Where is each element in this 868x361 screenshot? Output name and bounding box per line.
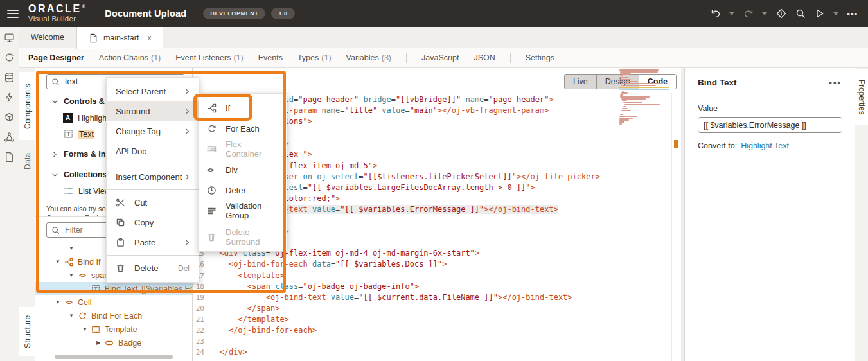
- menu-item-for-each[interactable]: For Each: [199, 118, 287, 139]
- graph-icon[interactable]: [4, 132, 15, 143]
- minimap-line: [621, 83, 664, 84]
- more-actions-icon[interactable]: •••: [847, 9, 858, 19]
- diamond-publish-icon[interactable]: [775, 8, 786, 19]
- menu-item-select-parent[interactable]: Select Parent: [107, 82, 199, 101]
- loop-icon: [77, 311, 87, 321]
- minimap-line: [622, 91, 624, 92]
- bolt-icon[interactable]: [4, 92, 15, 103]
- menu-item-validation-group[interactable]: Validation Group: [199, 200, 287, 221]
- run-dropdown-icon[interactable]: [833, 12, 838, 15]
- page-icon[interactable]: [4, 152, 15, 163]
- structure-node-badge[interactable]: ▶Badge: [35, 336, 192, 349]
- branch-icon: [64, 257, 74, 267]
- package-icon[interactable]: [4, 112, 15, 123]
- scissors-icon: [116, 198, 134, 207]
- menu-item-insert-component[interactable]: Insert Component: [107, 167, 199, 187]
- flex-icon: [207, 145, 226, 154]
- structure-node-bind-text[interactable]: Bind Text[[$variables.ErrorMessage ]]: [35, 282, 192, 295]
- undo-icon[interactable]: [710, 8, 721, 19]
- tab-variables[interactable]: Variables(3): [346, 53, 391, 62]
- minimap-line: [620, 114, 623, 115]
- menu-item-copy[interactable]: Copy: [107, 213, 199, 233]
- value-input[interactable]: [698, 117, 842, 133]
- minimap-line: [620, 94, 623, 96]
- run-icon[interactable]: [814, 8, 825, 19]
- search-icon[interactable]: [795, 8, 806, 19]
- tab-types[interactable]: Types(1): [297, 53, 332, 62]
- search-icon: [51, 226, 60, 234]
- tab-page-designer[interactable]: Page Designer: [28, 53, 84, 62]
- caret-down-icon: ▼: [82, 326, 87, 332]
- tab-components[interactable]: Components: [19, 72, 35, 140]
- sync-icon[interactable]: [4, 52, 15, 63]
- line-number: 19: [193, 292, 210, 303]
- caret-down-icon: ▼: [55, 259, 60, 265]
- editor-minimap[interactable]: [619, 69, 671, 125]
- menu-item-api-doc[interactable]: API Doc: [107, 141, 199, 161]
- menu-item-div[interactable]: <>Div: [199, 159, 287, 180]
- tab-structure[interactable]: Structure: [19, 307, 35, 356]
- menu-item-defer[interactable]: Defer: [199, 180, 287, 200]
- overflow-menu-icon[interactable]: •••: [829, 78, 842, 87]
- menu-separator: [107, 189, 199, 190]
- subtab-divider: [406, 53, 407, 63]
- tab-action-chains[interactable]: Action Chains(1): [99, 53, 161, 62]
- divcode-icon: <>: [77, 270, 87, 281]
- tab-properties[interactable]: Properties: [855, 69, 868, 125]
- properties-panel: Bind Text ••• Value Convert to: Highligh…: [684, 68, 855, 361]
- scrollbar-thumb[interactable]: [55, 355, 173, 359]
- menu-item-if[interactable]: If: [199, 98, 287, 118]
- validation-icon: [207, 206, 226, 216]
- line-number: 18: [193, 281, 210, 292]
- view-mode-live[interactable]: Live: [565, 75, 597, 89]
- left-icon-rail: [0, 27, 19, 361]
- tab-event-listeners[interactable]: Event Listeners(1): [175, 53, 243, 62]
- environment-badge: DEVELOPMENT: [203, 8, 265, 19]
- tab-welcome[interactable]: Welcome: [19, 27, 76, 48]
- minimap-line: [622, 100, 627, 101]
- monitor-icon[interactable]: [4, 32, 15, 43]
- line-number: 20: [193, 303, 210, 314]
- menu-item-surround[interactable]: Surround: [107, 101, 199, 121]
- tab-settings[interactable]: Settings: [526, 53, 554, 62]
- redo-dropdown-icon[interactable]: [762, 12, 767, 15]
- code-line: 22 </oj-bind-for-each>: [193, 325, 671, 336]
- hamburger-menu-icon[interactable]: [7, 10, 19, 18]
- right-panel-tabstrip: Properties: [855, 68, 868, 361]
- oracle-logo: ORACLE® Visual Builder: [28, 4, 87, 23]
- convert-to-highlight-text-link[interactable]: Highlight Text: [741, 141, 789, 150]
- minimap-line: [620, 81, 638, 82]
- chevron-right-icon: [51, 151, 58, 158]
- menu-item-cut[interactable]: Cut: [107, 193, 199, 213]
- shortcut-label: Del: [178, 264, 190, 273]
- version-badge: 1.0: [271, 8, 294, 19]
- close-tab-icon[interactable]: x: [147, 33, 151, 42]
- tab-json[interactable]: JSON: [474, 53, 495, 62]
- caret-right-icon: ▶: [96, 340, 101, 346]
- database-icon[interactable]: [4, 72, 15, 83]
- menu-item-paste[interactable]: Paste: [107, 233, 199, 252]
- badgeic-icon: [104, 338, 114, 348]
- divcode-icon: <>: [64, 297, 74, 308]
- code-line: 21 </template>: [193, 314, 671, 325]
- structure-hscrollbar[interactable]: [43, 355, 184, 359]
- menu-separator: [199, 224, 287, 224]
- tab-events[interactable]: Events: [258, 53, 283, 62]
- menu-item-change-tag[interactable]: Change Tag: [107, 121, 199, 141]
- undo-dropdown-icon[interactable]: [729, 12, 734, 15]
- minimap-line: [620, 96, 650, 98]
- editor-scrollbar[interactable]: [671, 93, 681, 361]
- tab-data[interactable]: Data: [19, 145, 35, 177]
- minimap-line: [620, 73, 630, 75]
- structure-node-cell[interactable]: ▼<>Cell: [35, 295, 192, 309]
- tab-javascript[interactable]: JavaScript: [421, 53, 459, 62]
- structure-node-template[interactable]: ▼Template: [35, 322, 192, 336]
- page-subtab-bar: Page DesignerAction Chains(1)Event Liste…: [19, 48, 868, 68]
- redo-icon[interactable]: [743, 8, 754, 19]
- structure-node-bind-for-each[interactable]: ▼Bind For Each: [35, 309, 192, 322]
- highlight-text-icon: [63, 113, 73, 123]
- tab-main-start[interactable]: main-start x: [76, 27, 164, 49]
- menu-item-delete[interactable]: DeleteDel: [107, 258, 199, 278]
- minimap-line: [619, 119, 629, 121]
- subtab-divider: [510, 53, 511, 63]
